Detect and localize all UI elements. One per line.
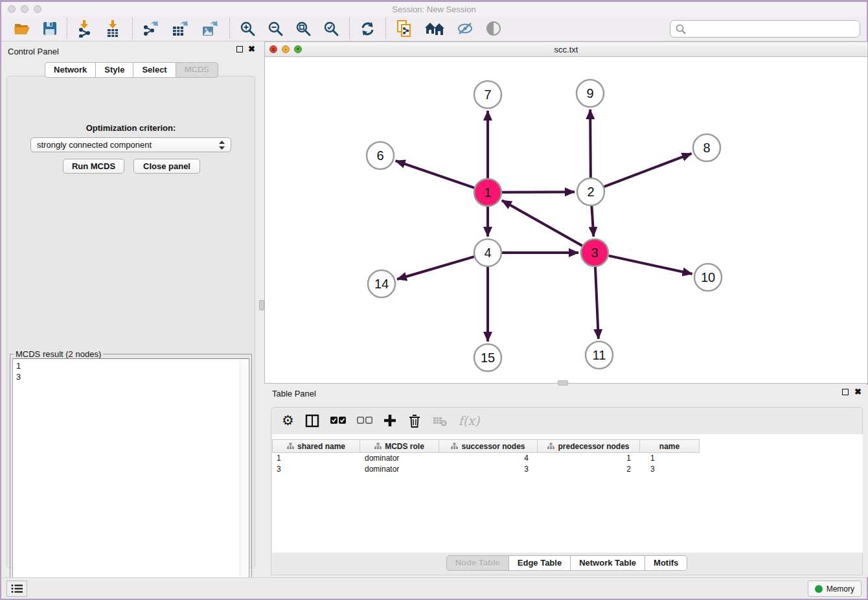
edge-2-8[interactable] bbox=[604, 154, 692, 187]
edge-3-11[interactable] bbox=[595, 267, 599, 339]
node-1[interactable]: 1 bbox=[474, 179, 501, 206]
edge-1-2[interactable] bbox=[502, 192, 575, 192]
toolbar-separator bbox=[349, 18, 350, 39]
edge-2-9[interactable] bbox=[590, 110, 591, 178]
network-window-titlebar[interactable]: x - + scc.txt bbox=[265, 42, 867, 57]
table-mode-button[interactable]: ⚙ bbox=[282, 414, 294, 427]
zoom-fit-button[interactable] bbox=[290, 17, 317, 40]
close-panel-icon[interactable]: ✖ bbox=[248, 46, 255, 52]
apply-layout-button[interactable] bbox=[354, 17, 382, 40]
node-10[interactable]: 10 bbox=[694, 264, 722, 291]
open-session-button[interactable] bbox=[8, 17, 37, 40]
fx-icon: f(x) bbox=[459, 413, 480, 428]
stepper-icon bbox=[218, 140, 225, 150]
cell-successor-nodes[interactable]: 3 bbox=[439, 464, 538, 475]
edge-1-6[interactable] bbox=[396, 161, 475, 188]
task-history-button[interactable] bbox=[6, 581, 27, 597]
export-network-button[interactable] bbox=[137, 17, 166, 40]
zoom-out-button[interactable] bbox=[262, 17, 290, 40]
show-all-button[interactable] bbox=[480, 17, 507, 40]
table-row[interactable]: 1dominator411 bbox=[272, 453, 700, 464]
hide-selected-button[interactable] bbox=[451, 17, 480, 40]
node-2[interactable]: 2 bbox=[577, 178, 604, 205]
mcds-result-textarea[interactable]: 1 3 bbox=[12, 358, 249, 596]
cell-mcds-role[interactable]: dominator bbox=[360, 453, 439, 464]
selected-option: strongly connected component bbox=[37, 140, 152, 150]
column-header-successor-nodes[interactable]: successor nodes bbox=[439, 440, 538, 452]
float-table-panel-icon[interactable] bbox=[842, 389, 849, 395]
export-image-button[interactable] bbox=[196, 17, 225, 40]
tab-style[interactable]: Style bbox=[96, 62, 133, 78]
new-network-from-selection-button[interactable] bbox=[390, 17, 419, 40]
table-row[interactable]: 3dominator323 bbox=[272, 464, 700, 475]
split-view-button[interactable] bbox=[305, 414, 319, 428]
result-scrollbar[interactable] bbox=[240, 360, 248, 595]
select-all-columns-button[interactable] bbox=[330, 417, 346, 424]
zoom-in-icon bbox=[240, 21, 256, 37]
node-4[interactable]: 4 bbox=[474, 239, 501, 266]
memory-button[interactable]: Memory bbox=[808, 581, 862, 597]
save-session-button[interactable] bbox=[37, 17, 63, 40]
node-label: 7 bbox=[484, 87, 491, 102]
create-column-button[interactable] bbox=[383, 414, 396, 427]
cell-name[interactable]: 1 bbox=[640, 453, 700, 464]
node-8[interactable]: 8 bbox=[693, 134, 720, 161]
close-table-panel-icon[interactable]: ✖ bbox=[854, 389, 862, 395]
column-label: MCDS role bbox=[385, 442, 424, 451]
tab-node-table[interactable]: Node Table bbox=[446, 555, 509, 571]
node-9[interactable]: 9 bbox=[577, 80, 604, 107]
tab-edge-table[interactable]: Edge Table bbox=[509, 555, 571, 571]
delete-columns-button[interactable] bbox=[407, 413, 422, 428]
network-canvas[interactable]: 7968124314101511 bbox=[265, 57, 867, 383]
tab-mcds[interactable]: MCDS bbox=[176, 62, 218, 78]
import-network-button[interactable] bbox=[71, 17, 100, 40]
node-6[interactable]: 6 bbox=[367, 142, 394, 169]
tab-network-table[interactable]: Network Table bbox=[571, 555, 645, 571]
float-panel-icon[interactable] bbox=[236, 46, 243, 52]
tab-motifs[interactable]: Motifs bbox=[645, 555, 687, 571]
network-overview-button[interactable] bbox=[419, 17, 451, 40]
edge-3-10[interactable] bbox=[608, 256, 692, 274]
column-header-name[interactable]: name bbox=[640, 440, 700, 452]
cell-shared-name[interactable]: 1 bbox=[272, 453, 360, 464]
tab-select[interactable]: Select bbox=[133, 62, 176, 78]
node-15[interactable]: 15 bbox=[474, 344, 501, 371]
edge-4-14[interactable] bbox=[397, 257, 474, 279]
deselect-all-columns-button[interactable] bbox=[357, 417, 372, 424]
node-label: 15 bbox=[481, 351, 495, 365]
export-network-icon bbox=[143, 20, 160, 37]
zoom-selected-button[interactable] bbox=[317, 17, 345, 40]
close-panel-button[interactable]: Close panel bbox=[133, 159, 200, 174]
column-header-shared-name[interactable]: shared name bbox=[272, 440, 360, 452]
search-input[interactable] bbox=[687, 23, 860, 36]
vertical-splitter-handle[interactable] bbox=[259, 300, 264, 310]
network-view-window: x - + scc.txt 7968124314101511 bbox=[264, 41, 868, 384]
zoom-in-button[interactable] bbox=[234, 17, 262, 40]
edge-2-3[interactable] bbox=[591, 206, 593, 237]
horizontal-splitter-handle[interactable] bbox=[558, 380, 568, 386]
node-11[interactable]: 11 bbox=[586, 341, 613, 369]
save-icon bbox=[43, 21, 57, 36]
delete-table-button[interactable] bbox=[433, 415, 448, 427]
cell-predecessor-nodes[interactable]: 1 bbox=[538, 453, 640, 464]
node-7[interactable]: 7 bbox=[474, 81, 501, 108]
edge-3-1[interactable] bbox=[502, 200, 582, 246]
cell-name[interactable]: 3 bbox=[640, 464, 700, 475]
network-window-title: scc.txt bbox=[265, 45, 867, 54]
optimization-criterion-select[interactable]: strongly connected component bbox=[30, 137, 231, 152]
cell-predecessor-nodes[interactable]: 2 bbox=[538, 464, 640, 475]
tab-network[interactable]: Network bbox=[45, 62, 96, 78]
node-3[interactable]: 3 bbox=[581, 239, 608, 266]
equation-builder-button[interactable]: f(x) bbox=[459, 413, 480, 428]
cell-mcds-role[interactable]: dominator bbox=[360, 464, 439, 475]
cell-shared-name[interactable]: 3 bbox=[272, 464, 360, 475]
hierarchy-icon bbox=[547, 443, 554, 450]
column-header-predecessor-nodes[interactable]: predecessor nodes bbox=[538, 440, 640, 452]
node-14[interactable]: 14 bbox=[368, 270, 395, 297]
window-top-border bbox=[0, 0, 868, 2]
column-header-mcds-role[interactable]: MCDS role bbox=[360, 440, 439, 452]
import-table-button[interactable] bbox=[100, 17, 128, 40]
export-table-button[interactable] bbox=[166, 17, 196, 40]
run-mcds-button[interactable]: Run MCDS bbox=[63, 159, 124, 174]
cell-successor-nodes[interactable]: 4 bbox=[439, 453, 538, 464]
